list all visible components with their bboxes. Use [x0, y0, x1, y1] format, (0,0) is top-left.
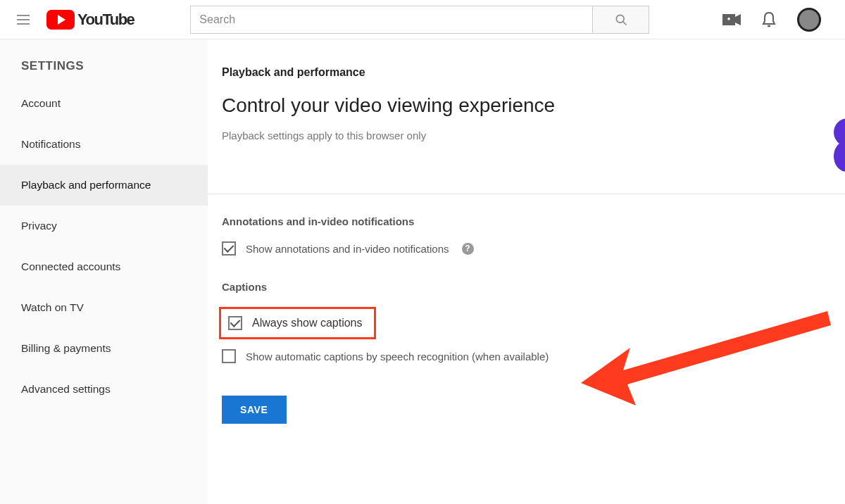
auto-captions-checkbox[interactable] — [222, 349, 236, 363]
brand-text: YouTube — [77, 11, 134, 29]
svg-marker-3 — [735, 14, 741, 25]
captions-group-title: Captions — [222, 281, 845, 293]
sidebar-item-connected-accounts[interactable]: Connected accounts — [0, 246, 208, 287]
header-actions — [722, 8, 828, 32]
search-icon — [614, 13, 628, 27]
youtube-logo[interactable]: YouTube — [46, 10, 134, 30]
search-bar — [190, 6, 649, 34]
annotations-checkbox[interactable] — [222, 241, 236, 256]
search-button[interactable] — [593, 6, 649, 34]
annotations-section: Annotations and in-video notifications S… — [222, 194, 845, 424]
auto-captions-label: Show automatic captions by speech recogn… — [246, 351, 549, 363]
decorative-blob — [828, 118, 845, 182]
save-button[interactable]: SAVE — [222, 396, 287, 424]
svg-point-0 — [616, 15, 624, 23]
sidebar-item-billing[interactable]: Billing & payments — [0, 328, 208, 369]
hamburger-menu-icon[interactable] — [17, 11, 34, 28]
help-icon[interactable]: ? — [462, 243, 474, 255]
section-label: Playback and performance — [222, 66, 845, 79]
page-subtitle: Playback settings apply to this browser … — [222, 130, 845, 141]
sidebar-item-privacy[interactable]: Privacy — [0, 206, 208, 246]
annotations-checkbox-row: Show annotations and in-video notificati… — [222, 241, 845, 256]
user-avatar[interactable] — [797, 8, 821, 32]
notifications-icon[interactable] — [760, 11, 777, 29]
annotations-checkbox-label: Show annotations and in-video notificati… — [246, 243, 449, 255]
sidebar-title: SETTINGS — [0, 59, 208, 83]
sidebar-item-notifications[interactable]: Notifications — [0, 124, 208, 165]
annotations-group-title: Annotations and in-video notifications — [222, 215, 845, 227]
page-title: Control your video viewing experience — [222, 94, 845, 117]
page-body: SETTINGS Account Notifications Playback … — [0, 39, 845, 504]
top-header: YouTube — [0, 0, 845, 39]
auto-captions-row: Show automatic captions by speech recogn… — [222, 349, 845, 363]
sidebar-item-watch-on-tv[interactable]: Watch on TV — [0, 287, 208, 328]
search-input[interactable] — [190, 6, 593, 34]
always-show-captions-checkbox[interactable] — [228, 316, 242, 330]
svg-rect-5 — [728, 17, 730, 20]
sidebar-item-playback[interactable]: Playback and performance — [0, 165, 208, 206]
svg-line-1 — [623, 21, 627, 25]
create-video-icon[interactable] — [722, 13, 741, 27]
always-show-captions-highlight: Always show captions — [219, 307, 376, 339]
main-panel: Playback and performance Control your vi… — [208, 39, 845, 504]
youtube-play-icon — [46, 10, 75, 30]
captions-section: Captions Always show captions Show autom… — [222, 281, 845, 424]
always-show-captions-label: Always show captions — [252, 317, 363, 329]
sidebar-item-account[interactable]: Account — [0, 83, 208, 124]
settings-sidebar: SETTINGS Account Notifications Playback … — [0, 39, 208, 504]
sidebar-item-advanced[interactable]: Advanced settings — [0, 369, 208, 410]
